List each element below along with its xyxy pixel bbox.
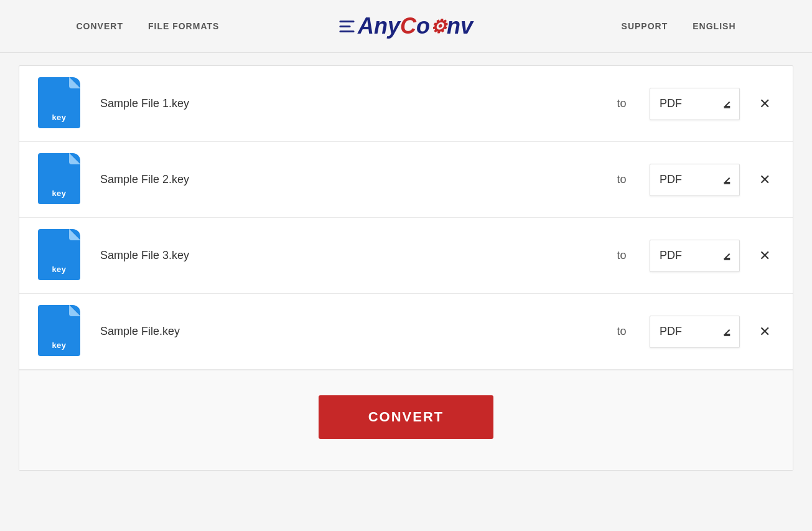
nav-right: SUPPORT ENGLISH xyxy=(622,21,736,31)
chevron-down-icon-4: ⦤ xyxy=(724,325,730,338)
file-ext-label: key xyxy=(52,265,66,274)
to-label-4: to xyxy=(612,325,631,338)
file-row: key Sample File.key to PDF ⦤ ✕ xyxy=(19,294,793,370)
file-icon-4: key xyxy=(38,305,82,358)
format-text-3: PDF xyxy=(660,249,682,262)
nav-file-formats[interactable]: FILE FORMATS xyxy=(148,21,219,31)
format-text-2: PDF xyxy=(660,173,682,186)
nav-support[interactable]: SUPPORT xyxy=(622,21,668,31)
format-selector-4[interactable]: PDF ⦤ xyxy=(650,316,740,348)
file-name-1: Sample File 1.key xyxy=(100,97,594,110)
chevron-down-icon-2: ⦤ xyxy=(724,173,730,186)
format-text-4: PDF xyxy=(660,325,682,338)
file-row: key Sample File 1.key to PDF ⦤ ✕ xyxy=(19,66,793,142)
file-fold-icon xyxy=(69,153,80,164)
bottom-section: CONVERT xyxy=(19,370,793,470)
chevron-down-icon-1: ⦤ xyxy=(724,97,730,110)
nav-english[interactable]: ENGLISH xyxy=(693,21,735,31)
remove-button-4[interactable]: ✕ xyxy=(755,325,774,339)
remove-button-2[interactable]: ✕ xyxy=(755,173,774,187)
file-fold-icon xyxy=(69,77,80,88)
to-label-1: to xyxy=(612,97,631,110)
file-row: key Sample File 3.key to PDF ⦤ ✕ xyxy=(19,218,793,294)
file-ext-label: key xyxy=(52,341,66,350)
file-fold-icon xyxy=(69,305,80,316)
format-selector-1[interactable]: PDF ⦤ xyxy=(650,88,740,120)
chevron-down-icon-3: ⦤ xyxy=(724,249,730,262)
to-label-3: to xyxy=(612,249,631,262)
file-name-3: Sample File 3.key xyxy=(100,249,594,262)
logo-text-nv: nv xyxy=(447,13,473,39)
file-name-4: Sample File.key xyxy=(100,325,594,338)
converter-box: key Sample File 1.key to PDF ⦤ ✕ key Sam… xyxy=(19,65,793,471)
file-ext-label: key xyxy=(52,113,66,122)
file-name-2: Sample File 2.key xyxy=(100,173,594,186)
logo-gear-icon: ⚙ xyxy=(430,16,447,37)
anyconv-logo[interactable]: Any C o ⚙ nv xyxy=(339,13,473,39)
to-label-2: to xyxy=(612,173,631,186)
format-selector-2[interactable]: PDF ⦤ xyxy=(650,164,740,196)
remove-button-1[interactable]: ✕ xyxy=(755,97,774,111)
nav-left: CONVERT FILE FORMATS xyxy=(77,21,220,31)
file-icon-2: key xyxy=(38,153,82,206)
file-icon-1: key xyxy=(38,77,82,130)
file-row: key Sample File 2.key to PDF ⦤ ✕ xyxy=(19,142,793,218)
file-ext-label: key xyxy=(52,189,66,198)
format-selector-3[interactable]: PDF ⦤ xyxy=(650,240,740,272)
format-text-1: PDF xyxy=(660,97,682,110)
header: CONVERT FILE FORMATS Any C o ⚙ nv SUPPOR… xyxy=(0,0,812,53)
remove-button-3[interactable]: ✕ xyxy=(755,249,774,263)
logo-text-any: Any xyxy=(358,13,400,39)
file-icon-3: key xyxy=(38,229,82,282)
logo-text-o: o xyxy=(416,13,430,39)
main-wrapper: key Sample File 1.key to PDF ⦤ ✕ key Sam… xyxy=(0,53,812,483)
logo-container: Any C o ⚙ nv xyxy=(339,13,473,39)
speed-lines-icon xyxy=(339,21,354,32)
convert-button[interactable]: CONVERT xyxy=(319,395,494,439)
file-fold-icon xyxy=(69,229,80,240)
nav-convert[interactable]: CONVERT xyxy=(77,21,123,31)
logo-text-c: C xyxy=(400,13,416,39)
